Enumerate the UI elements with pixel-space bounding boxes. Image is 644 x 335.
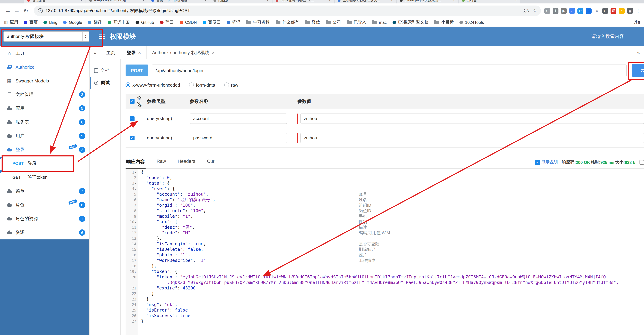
fold-icon[interactable]: ▾ bbox=[134, 171, 136, 174]
browser-menu-icon[interactable]: ⋮ bbox=[636, 8, 640, 14]
bookmark-item[interactable]: 笔记 bbox=[226, 19, 240, 25]
back-button[interactable]: ← bbox=[4, 8, 12, 14]
param-checkbox[interactable]: ✓ bbox=[130, 136, 134, 140]
browser-tab[interactable]: github pages失败原因...× bbox=[397, 0, 458, 4]
bookmark-item[interactable]: 百度云 bbox=[203, 19, 220, 25]
tab-close-icon[interactable]: × bbox=[138, 50, 141, 55]
param-value-input[interactable] bbox=[300, 113, 644, 124]
sidebar-item[interactable]: 菜单7 bbox=[0, 184, 89, 198]
bookmark-item[interactable]: ES搜索引擎文档 bbox=[392, 19, 428, 25]
project-select[interactable]: authority-权限模块 ▴▾ bbox=[4, 32, 89, 42]
param-name-input[interactable] bbox=[190, 113, 287, 124]
grid-extension-icon[interactable]: ▦ bbox=[627, 8, 633, 14]
nav-item-debug[interactable]: 调试 bbox=[90, 76, 120, 89]
response-editor[interactable]: 1▾{2 "code": 0,3▾ "data": {4▾ "user": {5… bbox=[126, 170, 644, 335]
sidebar-item[interactable]: 角色NEW8 bbox=[0, 198, 89, 212]
sidebar-item[interactable]: 应用5 bbox=[0, 102, 89, 115]
content-type-option[interactable]: form-data bbox=[189, 82, 215, 88]
response-tab[interactable]: 响应内容 bbox=[126, 156, 146, 169]
selector-extension-icon[interactable]: ▶ bbox=[561, 8, 567, 14]
docker-extension-icon[interactable]: D bbox=[578, 8, 583, 14]
bookmark-item[interactable]: 学习资料 bbox=[246, 19, 270, 25]
bookmark-item[interactable]: 已导入 bbox=[347, 19, 366, 25]
browser-tab[interactable]: 区块链参考数据理发支...× bbox=[334, 0, 396, 4]
fold-icon[interactable]: ▾ bbox=[134, 270, 136, 274]
radio-icon[interactable] bbox=[189, 82, 194, 87]
translate-icon[interactable]: 文A bbox=[522, 8, 529, 13]
response-tab[interactable]: Raw bbox=[156, 156, 166, 168]
select-all-checkbox[interactable]: ✓ bbox=[130, 99, 134, 104]
bookmark-item[interactable]: Google bbox=[63, 20, 82, 25]
forward-button[interactable]: → bbox=[12, 8, 22, 14]
sidebar-item[interactable]: Authorize bbox=[0, 60, 89, 74]
request-url-input[interactable] bbox=[152, 64, 627, 76]
browser-tab[interactable]: habse× bbox=[210, 0, 272, 4]
sidebar-item[interactable]: 文档管理3 bbox=[0, 88, 89, 102]
sidebar-api-item[interactable]: POST登录 bbox=[0, 157, 89, 170]
bookmark-item[interactable]: 码云 bbox=[160, 19, 174, 25]
bookmark-item[interactable]: CSDN bbox=[180, 20, 197, 25]
menu-toggle-icon[interactable] bbox=[99, 34, 105, 39]
sidebar-item[interactable]: 服务表6 bbox=[0, 115, 89, 129]
nav-item-doc[interactable]: 文档 bbox=[90, 64, 120, 76]
bookmark-item[interactable]: mac bbox=[372, 20, 387, 25]
tab-close-icon[interactable]: × bbox=[142, 0, 144, 2]
param-checkbox[interactable]: ✓ bbox=[130, 116, 134, 121]
browser-tab[interactable]: 知行合一× bbox=[459, 0, 520, 4]
browser-tab[interactable]: redis 报错有哪些? - ...× bbox=[272, 0, 334, 4]
bookmark-item[interactable]: 小目标 bbox=[434, 19, 454, 25]
tab-close-icon[interactable]: × bbox=[328, 0, 331, 2]
bookmark-item[interactable]: Bing bbox=[44, 20, 58, 25]
fullscreen-icon[interactable] bbox=[640, 160, 644, 164]
bookmark-item[interactable]: 公司 bbox=[326, 19, 341, 25]
collapse-tabs-icon[interactable]: « bbox=[90, 46, 101, 59]
bookmark-item[interactable]: GitHub bbox=[136, 20, 154, 25]
browser-tab[interactable]: temporary-interior 知...× bbox=[86, 0, 148, 4]
sidebar-item[interactable]: 用户9 bbox=[0, 129, 89, 143]
bookmark-star-icon[interactable]: ☆ bbox=[532, 8, 537, 14]
content-type-option[interactable]: raw bbox=[224, 82, 238, 88]
tab-close-icon[interactable]: × bbox=[212, 50, 214, 55]
sidebar-item[interactable]: 角色的资源1 bbox=[0, 212, 89, 226]
document-tab[interactable]: 登录× bbox=[121, 46, 146, 59]
sidebar-item[interactable]: 资源6 bbox=[0, 226, 89, 240]
bookmark-item[interactable]: 微信 bbox=[305, 19, 320, 25]
fold-icon[interactable]: ▾ bbox=[134, 182, 136, 185]
ring-extension-icon[interactable]: ○ bbox=[594, 8, 600, 14]
header-search-input[interactable]: 请输入搜索内容 bbox=[592, 34, 624, 40]
tab-close-icon[interactable]: × bbox=[266, 0, 269, 2]
show-desc-checkbox[interactable]: ✓ bbox=[535, 160, 540, 165]
bookmark-item[interactable]: 什么都有 bbox=[276, 19, 299, 25]
response-tab[interactable]: Headers bbox=[177, 156, 196, 168]
bookmark-item[interactable]: 1024Tools bbox=[460, 20, 484, 25]
document-tab[interactable]: 主页 bbox=[101, 46, 121, 59]
tab-close-icon[interactable]: × bbox=[515, 0, 517, 2]
google-extension-icon[interactable]: G bbox=[569, 8, 575, 14]
screenshot-extension-icon[interactable]: S bbox=[544, 8, 550, 14]
star-extension-icon[interactable]: * bbox=[619, 8, 625, 14]
send-button[interactable]: 发送 bbox=[632, 64, 644, 76]
content-type-option[interactable]: x-www-form-urlencoded bbox=[126, 82, 180, 88]
radio-icon[interactable] bbox=[126, 82, 130, 87]
response-tab[interactable]: Curl bbox=[206, 156, 216, 168]
tab-close-icon[interactable]: × bbox=[453, 0, 455, 2]
param-value-input[interactable] bbox=[300, 133, 644, 143]
info-extension-icon[interactable]: i bbox=[552, 8, 558, 14]
sidebar-item[interactable]: ⌂主页 bbox=[0, 46, 89, 60]
fold-icon[interactable]: ▾ bbox=[134, 221, 136, 224]
bookmark-item[interactable]: ▦应用 bbox=[4, 19, 18, 25]
jpg-extension-icon[interactable]: J bbox=[586, 8, 592, 14]
tab-close-icon[interactable]: × bbox=[80, 0, 82, 2]
page-info-icon[interactable]: i bbox=[38, 8, 43, 13]
radio-icon[interactable] bbox=[224, 82, 229, 87]
shield-extension-icon[interactable]: U bbox=[602, 8, 608, 14]
sidebar-item[interactable]: 登录NEW2 bbox=[0, 143, 89, 157]
bookmark-item[interactable]: 百度 bbox=[24, 19, 38, 25]
hanzi-extension-icon[interactable]: 赣 bbox=[610, 8, 616, 14]
expand-tabs-icon[interactable]: » bbox=[633, 46, 644, 59]
bookmark-item[interactable]: 其他书签 bbox=[634, 19, 640, 25]
browser-tab[interactable]: 管理后台× bbox=[24, 0, 86, 4]
reload-button[interactable]: ↻ bbox=[22, 8, 30, 14]
fold-icon[interactable]: ▾ bbox=[134, 188, 136, 191]
bookmark-item[interactable]: 翻译 bbox=[88, 19, 102, 25]
